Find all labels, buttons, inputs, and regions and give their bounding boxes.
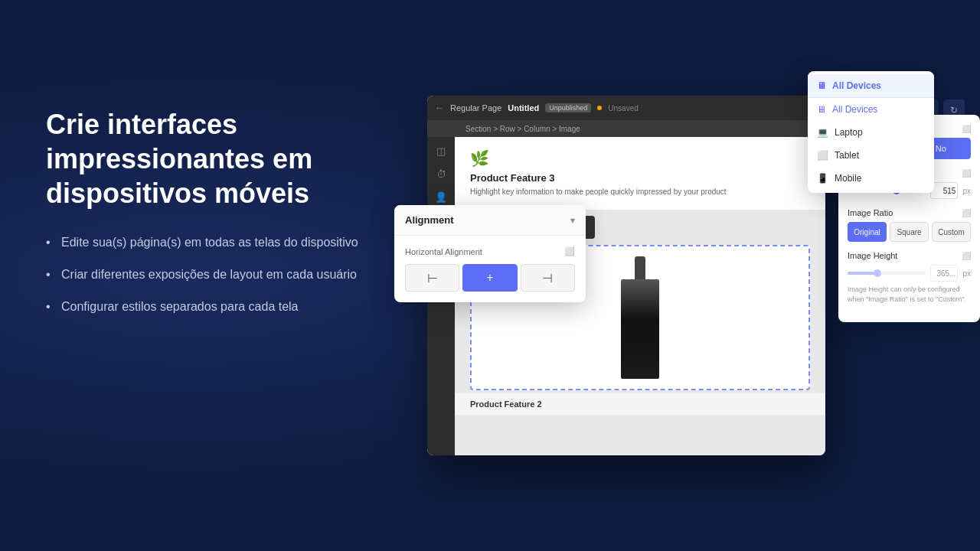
image-ratio-label-text: Image Ratio: [848, 208, 893, 217]
product-feature-bottom: Product Feature 2: [455, 393, 825, 415]
product-desc: Highlight key information to make people…: [470, 187, 810, 197]
back-arrow[interactable]: ←: [435, 103, 444, 113]
page-type-label: Regular Page: [450, 103, 501, 112]
laptop-icon: 💻: [817, 127, 828, 138]
image-width-input[interactable]: 515: [930, 182, 958, 199]
bullet-2: Criar diferentes exposições de layout em…: [46, 266, 383, 284]
image-width-link-icon[interactable]: ⬜: [962, 169, 971, 178]
product-icon: 🌿: [470, 149, 810, 168]
image-ratio-link-icon[interactable]: ⬜: [962, 209, 971, 217]
breadcrumb-text: Section > Row > Column > Image: [466, 125, 580, 133]
height-slider-thumb: [874, 269, 881, 277]
image-height-label-text: Image Height: [848, 251, 897, 260]
device-dropdown: 🖥 All Devices 🖥 All Devices 💻 Laptop ⬜ T…: [808, 71, 934, 193]
device-all-devices[interactable]: 🖥 All Devices: [808, 98, 934, 121]
ratio-group: Original Square Custom: [848, 222, 971, 242]
image-ratio-label: Image Ratio ⬜: [848, 208, 971, 217]
product-title: Product Feature 3: [470, 172, 810, 184]
image-height-unit: px: [962, 269, 971, 278]
ratio-square-button[interactable]: Square: [890, 222, 929, 242]
bottle-body: [621, 279, 659, 379]
unpublished-badge: Unpublished: [545, 103, 591, 112]
all-devices-icon: 🖥: [817, 104, 826, 115]
dropdown-header-label: All Devices: [832, 80, 881, 91]
device-mobile[interactable]: 📱 Mobile: [808, 167, 934, 190]
alignment-popup: Alignment ▾ Horizontal Alignment ⬜ ⊢ + ⊣: [394, 205, 586, 302]
full-width-link-icon[interactable]: ⬜: [962, 125, 971, 133]
page-name[interactable]: Untitled: [508, 103, 539, 112]
height-slider-row: px: [848, 265, 971, 282]
laptop-label: Laptop: [835, 127, 863, 138]
bullet-list: Edite sua(s) página(s) em todas as telas…: [46, 233, 383, 316]
alignment-title: Alignment: [405, 214, 454, 226]
device-laptop[interactable]: 💻 Laptop: [808, 121, 934, 144]
ratio-original-button[interactable]: Original: [848, 222, 887, 242]
dropdown-header: 🖥 All Devices: [808, 74, 934, 98]
image-height-note: Image Height can only be configured when…: [848, 285, 971, 304]
height-slider-fill: [848, 272, 875, 275]
device-tablet[interactable]: ⬜ Tablet: [808, 144, 934, 167]
bullet-1: Edite sua(s) página(s) em todas as telas…: [46, 233, 383, 252]
unsaved-label: Unsaved: [608, 104, 638, 112]
unsaved-dot: [597, 106, 602, 110]
horizontal-alignment-label: Horizontal Alignment: [405, 247, 482, 256]
monitor-icon: 🖥: [817, 80, 826, 91]
editor-breadcrumb: Section > Row > Column > Image: [427, 120, 825, 137]
alignment-body: Horizontal Alignment ⬜ ⊢ + ⊣: [394, 236, 586, 302]
ratio-custom-button[interactable]: Custom: [932, 222, 971, 242]
tablet-label: Tablet: [835, 150, 859, 161]
alignment-label: Horizontal Alignment ⬜: [405, 246, 575, 256]
image-height-label: Image Height ⬜: [848, 251, 971, 260]
align-left-button[interactable]: ⊢: [405, 264, 459, 292]
image-height-row: Image Height ⬜ px Image Height can only …: [848, 251, 971, 304]
user-icon[interactable]: 👤: [433, 189, 449, 204]
bottle-neck: [635, 256, 645, 279]
image-width-unit: px: [962, 187, 971, 195]
align-center-button[interactable]: +: [462, 264, 517, 292]
alignment-chevron-icon[interactable]: ▾: [570, 215, 575, 226]
image-ratio-row: Image Ratio ⬜ Original Square Custom: [848, 208, 971, 242]
alignment-link-icon: ⬜: [564, 246, 575, 256]
left-panel: Crie interfaces impressionantes em dispo…: [46, 107, 383, 330]
product-feature-section: 🌿 Product Feature 3 Highlight key inform…: [455, 137, 825, 210]
tablet-icon: ⬜: [817, 150, 828, 161]
mobile-icon: 📱: [817, 173, 828, 184]
image-height-link-icon[interactable]: ⬜: [962, 252, 971, 260]
mobile-label: Mobile: [835, 173, 861, 184]
editor-topbar: ← Regular Page Untitled Unpublished Unsa…: [427, 96, 825, 120]
all-devices-label: All Devices: [832, 104, 877, 115]
bullet-3: Configurar estilos separados para cada t…: [46, 298, 383, 316]
heading: Crie interfaces impressionantes em dispo…: [46, 107, 383, 210]
layers-icon[interactable]: ◫: [433, 143, 449, 158]
alignment-header: Alignment ▾: [394, 205, 586, 236]
align-right-button[interactable]: ⊣: [521, 264, 575, 292]
bottle-image: [621, 256, 659, 379]
clock-icon[interactable]: ⏱: [433, 166, 449, 181]
image-height-input[interactable]: [930, 265, 958, 282]
alignment-buttons: ⊢ + ⊣: [405, 264, 575, 292]
image-height-slider[interactable]: [848, 272, 926, 275]
